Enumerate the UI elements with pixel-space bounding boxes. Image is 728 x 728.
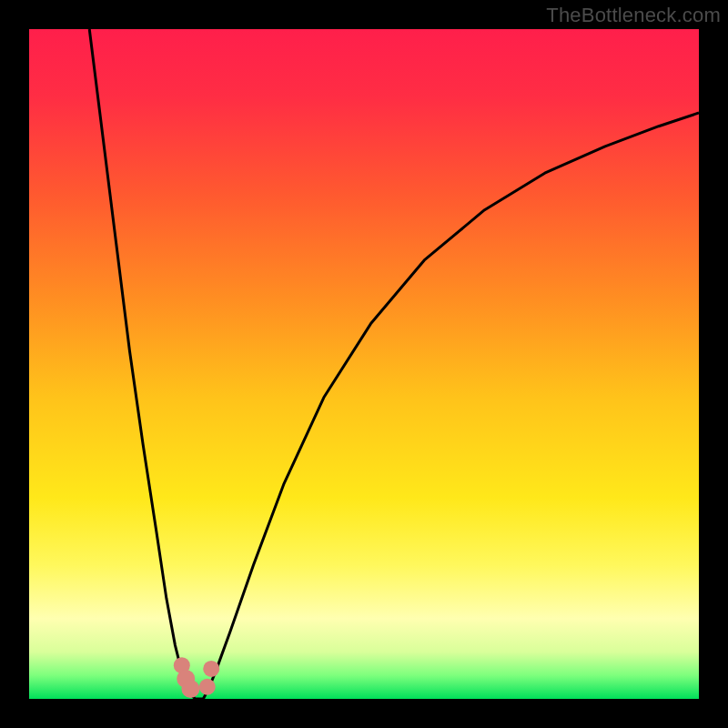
chart-frame: TheBottleneck.com <box>0 0 728 728</box>
plot-area <box>29 29 699 699</box>
data-marker <box>203 661 219 677</box>
data-marker <box>199 679 216 695</box>
gradient-background <box>29 29 699 699</box>
watermark-text: TheBottleneck.com <box>546 4 721 27</box>
data-marker <box>181 680 199 698</box>
chart-canvas <box>29 29 699 699</box>
